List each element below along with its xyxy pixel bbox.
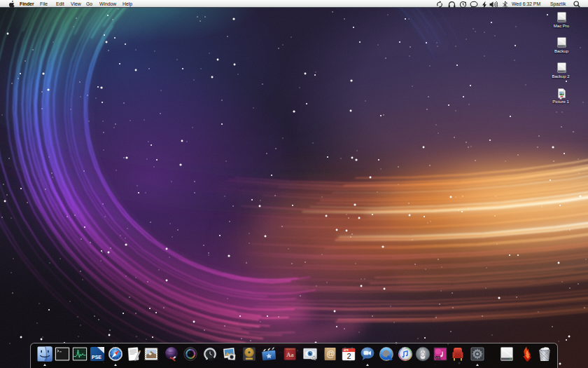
svg-text:PSE: PSE [92,355,102,360]
svg-text:2: 2 [347,352,351,360]
svg-text:@: @ [326,349,335,359]
svg-text:Aa: Aa [286,351,294,358]
